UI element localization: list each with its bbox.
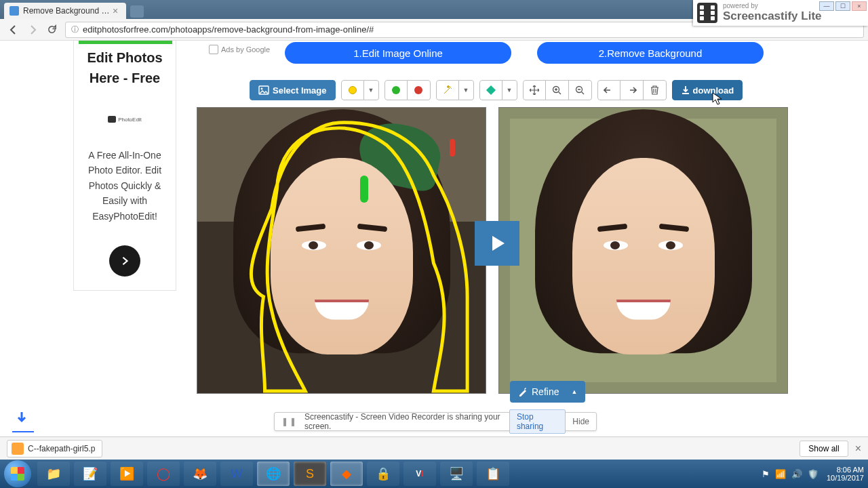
download-progress-bar [12,431,34,432]
zoom-in-button[interactable] [546,80,569,100]
page-content: Edit PhotosHere - Free PhotoEdit A Free … [0,41,860,460]
close-window-button[interactable]: × [852,1,867,11]
stop-sharing-button[interactable]: Stop sharing [509,409,566,434]
task-firefox[interactable]: 🦊 [184,462,216,486]
task-app-orange[interactable]: ◆ [330,462,363,486]
green-dot-icon [392,86,400,94]
task-device[interactable]: 🖥️ [440,462,473,486]
task-explorer[interactable]: 📁 [37,462,70,486]
keep-green-stroke [360,176,368,203]
yellow-dot-icon [349,86,357,94]
task-word[interactable]: W [220,462,253,486]
browser-tab[interactable]: Remove Background Fro × [4,3,126,19]
system-tray: ⚑ 📶 🔊 🛡️ 8:06 AM10/19/2017 [759,466,868,482]
remove-red-tool[interactable] [408,80,431,100]
show-all-downloads[interactable]: Show all [800,441,848,457]
ad-logo: PhotoEdit [98,114,152,125]
tray-shield-icon[interactable]: 🛡️ [808,469,818,479]
bg-color-tool[interactable] [479,80,502,100]
editor-toolbar: Select Image ▼ ▼ ▼ [250,80,748,100]
tab-close-icon[interactable]: × [113,7,121,15]
magic-wand-dropdown[interactable]: ▼ [459,80,474,100]
select-image-button[interactable]: Select Image [250,80,336,100]
move-tool[interactable] [523,80,546,100]
tray-network-icon[interactable]: 📶 [775,469,786,479]
outline-yellow-tool[interactable] [341,80,364,100]
teal-diamond-icon [486,85,495,95]
download-filename: C--fakepath-girl5.p [28,444,95,453]
window-controls: — ☐ × [819,1,867,11]
screen-share-banner: ❚❚ Screencastify - Screen Video Recorder… [274,412,597,431]
task-security[interactable]: 🔒 [367,462,399,486]
browser-window: Remove Background Fro × ⓘ editphotosforf… [0,0,868,460]
windows-taskbar: 📁 📝 ▶️ ◯ 🦊 W 🌐 S ◆ 🔒 VI 🖥️ 📋 ⚑ 📶 🔊 🛡️ 8:… [0,460,868,488]
ad-next-button[interactable] [109,245,140,277]
portrait-face [271,158,413,354]
task-misc[interactable]: 📋 [477,462,509,486]
undo-button[interactable] [597,80,620,100]
forward-button[interactable] [24,22,41,38]
play-button[interactable] [475,221,519,266]
task-wmplayer[interactable]: ▶️ [111,462,143,486]
download-shelf: C--fakepath-girl5.p Show all × [0,436,868,460]
caret-up-icon: ▲ [571,388,577,395]
zoom-out-button[interactable] [569,80,592,100]
redo-button[interactable] [620,80,644,100]
site-info-icon[interactable]: ⓘ [71,24,79,35]
result-face [572,158,715,354]
magic-wand-tool[interactable] [436,80,459,100]
close-shelf-icon[interactable]: × [855,443,861,455]
url-text: editphotosforfree.com/photoapps/remove-b… [83,24,374,35]
task-opera[interactable]: ◯ [147,462,180,486]
step-edit-image-online[interactable]: 1.Edit Image Online [285,42,511,64]
red-dot-icon [414,86,422,94]
ad-description: A Free All-In-One Photo Editor. Edit Pho… [79,148,170,224]
step-remove-background[interactable]: 2.Remove Background [537,42,764,64]
tray-volume-icon[interactable]: 🔊 [791,469,802,479]
source-panel[interactable] [197,107,486,394]
maximize-button[interactable]: ☐ [835,1,850,11]
task-sublime[interactable]: S [294,462,326,486]
task-notepadpp[interactable]: 📝 [74,462,106,486]
ads-by-google-label[interactable]: Ads by Google [209,45,270,54]
tray-clock[interactable]: 8:06 AM10/19/2017 [827,466,864,482]
pause-icon[interactable]: ❚❚ [281,417,298,426]
result-panel[interactable] [498,107,788,394]
share-banner-text: Screencastify - Screen Video Recorder is… [304,412,509,431]
ad-title: Edit PhotosHere - Free [79,47,170,88]
keep-green-tool[interactable] [384,80,408,100]
ad-sidebar[interactable]: Edit PhotosHere - Free PhotoEdit A Free … [73,41,176,291]
remove-red-stroke [450,139,455,157]
delete-button[interactable] [644,80,667,100]
download-chip[interactable]: C--fakepath-girl5.p [7,440,102,458]
minimize-button[interactable]: — [819,1,834,11]
download-progress-icon [14,410,33,429]
file-icon [12,443,24,455]
task-chrome[interactable]: 🌐 [257,462,290,486]
download-button[interactable]: download [672,80,743,100]
new-tab-button[interactable] [130,5,144,18]
task-vnc[interactable]: VI [403,462,436,486]
tray-flag-icon[interactable]: ⚑ [762,469,770,479]
bg-color-dropdown[interactable]: ▼ [502,80,517,100]
reload-button[interactable] [43,22,60,38]
start-button[interactable] [4,460,31,487]
tab-favicon [9,6,19,16]
film-reel-icon [697,3,717,23]
hide-banner-button[interactable]: Hide [572,417,589,426]
back-button[interactable] [5,22,22,38]
svg-point-1 [261,88,263,90]
outline-yellow-dropdown[interactable]: ▼ [364,80,379,100]
refine-button[interactable]: Refine ▲ [510,381,585,403]
tab-title: Remove Background Fro [23,6,113,16]
